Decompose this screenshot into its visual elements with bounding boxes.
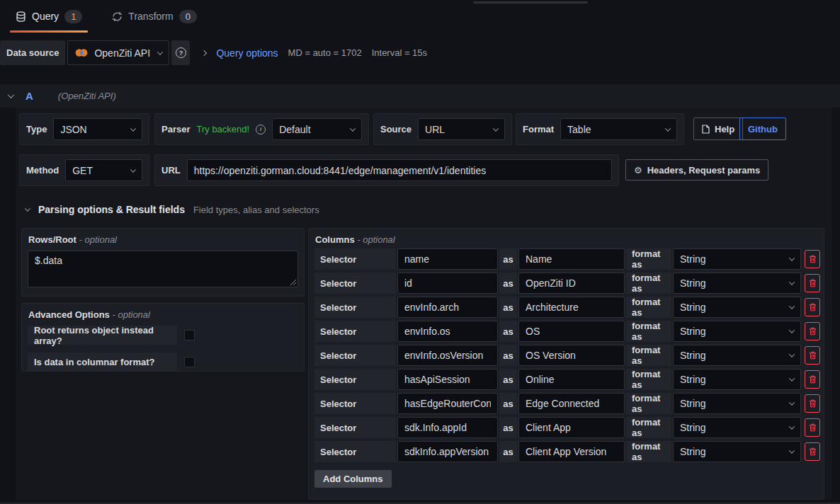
help-button[interactable]: Help xyxy=(693,118,743,140)
column-alias-input[interactable] xyxy=(518,441,625,462)
query-options-toggle[interactable]: Query options xyxy=(216,47,278,59)
column-alias-input[interactable] xyxy=(518,345,625,366)
max-data-points-text: MD = auto = 1702 xyxy=(288,47,362,58)
parser-select[interactable]: Default xyxy=(272,118,362,140)
chevron-down-icon xyxy=(130,166,136,172)
column-format-select[interactable]: String xyxy=(673,273,801,294)
parser-label: Parser xyxy=(161,124,190,134)
rows-root-textarea[interactable]: $.data xyxy=(28,251,298,287)
as-label: as xyxy=(499,297,517,318)
column-selector-input[interactable] xyxy=(397,393,498,414)
as-label: as xyxy=(499,273,517,294)
trash-icon xyxy=(809,375,817,384)
column-mapping-row: Selector as format as String xyxy=(314,369,824,390)
as-label: as xyxy=(499,321,517,342)
collapse-section-chevron-icon[interactable] xyxy=(25,205,30,211)
delete-column-button[interactable] xyxy=(805,442,820,461)
delete-column-button[interactable] xyxy=(805,298,820,316)
column-selector-input[interactable] xyxy=(397,441,498,462)
column-alias-input[interactable] xyxy=(518,297,625,318)
column-alias-input[interactable] xyxy=(518,248,625,270)
url-label: URL xyxy=(161,165,181,176)
headers-request-params-button[interactable]: ⚙ Headers, Request params xyxy=(625,159,768,181)
column-alias-input[interactable] xyxy=(518,369,625,390)
column-format-select[interactable]: String xyxy=(673,248,801,270)
delete-column-button[interactable] xyxy=(805,418,820,437)
column-format-select[interactable]: String xyxy=(673,345,801,366)
query-ref-id: A xyxy=(25,90,33,102)
chevron-down-icon xyxy=(789,327,795,333)
rows-root-panel: Rows/Root - optional $.data xyxy=(21,228,305,297)
column-mapping-row: Selector as format as String xyxy=(314,321,824,342)
column-selector-input[interactable] xyxy=(397,248,498,270)
column-format-select[interactable]: String xyxy=(673,297,801,318)
column-alias-input[interactable] xyxy=(518,273,625,294)
format-as-label: format as xyxy=(626,345,671,366)
chevron-down-icon xyxy=(789,447,795,453)
advanced-options-optional: - optional xyxy=(112,309,149,320)
delete-column-button[interactable] xyxy=(805,346,820,365)
column-format-select[interactable]: String xyxy=(673,441,801,462)
tab-transform[interactable]: Transform 0 xyxy=(106,0,203,33)
question-circle-icon: ? xyxy=(176,47,186,58)
query-row-header[interactable]: A (OpenZiti API) xyxy=(0,84,840,108)
rows-root-label: Rows/Root xyxy=(28,234,76,245)
column-selector-input[interactable] xyxy=(397,417,498,438)
format-as-label: format as xyxy=(626,417,671,438)
column-selector-input[interactable] xyxy=(397,345,498,366)
panel-resize-handle[interactable] xyxy=(473,1,588,4)
as-label: as xyxy=(499,417,517,438)
datasource-help-button[interactable]: ? xyxy=(171,40,190,65)
columns-list: Selector as format as String Selector as… xyxy=(309,248,824,462)
datasource-picker[interactable]: OpenZiti API xyxy=(67,40,169,65)
source-select[interactable]: URL xyxy=(418,118,505,140)
column-format-select[interactable]: String xyxy=(673,417,801,438)
column-format-select[interactable]: String xyxy=(673,321,801,342)
chevron-down-icon xyxy=(157,49,163,55)
collapse-query-chevron-icon[interactable] xyxy=(8,91,15,98)
datasource-bar: Data source OpenZiti API ? Query options… xyxy=(0,40,427,65)
format-as-label: format as xyxy=(626,297,671,318)
column-format-select[interactable]: String xyxy=(673,393,801,414)
format-select[interactable]: Table xyxy=(560,118,677,140)
add-columns-button[interactable]: Add Columns xyxy=(314,470,392,488)
root-returns-object-checkbox[interactable] xyxy=(184,330,195,340)
column-alias-input[interactable] xyxy=(518,393,625,414)
chevron-down-icon xyxy=(665,125,671,131)
query-count-badge: 1 xyxy=(64,10,82,23)
datasource-picker-value: OpenZiti API xyxy=(94,47,152,59)
trash-icon xyxy=(809,279,817,287)
delete-column-button[interactable] xyxy=(805,370,820,389)
column-selector-input[interactable] xyxy=(397,297,498,318)
format-as-label: format as xyxy=(626,248,671,270)
column-selector-input[interactable] xyxy=(397,273,498,294)
format-as-label: format as xyxy=(626,393,671,414)
delete-column-button[interactable] xyxy=(805,250,820,268)
as-label: as xyxy=(499,248,517,270)
datasource-label: Data source xyxy=(0,40,65,65)
as-label: as xyxy=(499,441,517,462)
chevron-down-icon xyxy=(789,375,795,381)
trash-icon xyxy=(809,303,817,311)
column-alias-input[interactable] xyxy=(518,417,625,438)
method-select[interactable]: GET xyxy=(65,159,142,181)
tab-query[interactable]: Query 1 xyxy=(10,0,88,33)
delete-column-button[interactable] xyxy=(805,274,820,292)
parser-field-panel: Parser Try backend! i Default xyxy=(154,113,369,145)
method-label: Method xyxy=(26,165,59,176)
columnar-format-checkbox[interactable] xyxy=(184,357,195,367)
column-selector-input[interactable] xyxy=(397,369,498,390)
column-selector-input[interactable] xyxy=(397,321,498,342)
type-select[interactable]: JSON xyxy=(53,118,142,140)
github-button[interactable]: Github xyxy=(739,118,786,140)
root-returns-object-label: Root returns object instead array? xyxy=(28,326,177,345)
column-mapping-row: Selector as format as String xyxy=(314,297,824,318)
selector-label: Selector xyxy=(314,441,396,462)
url-input[interactable] xyxy=(187,159,612,181)
delete-column-button[interactable] xyxy=(805,322,820,340)
column-format-select[interactable]: String xyxy=(673,369,801,390)
delete-column-button[interactable] xyxy=(805,394,820,413)
database-icon xyxy=(16,11,26,22)
column-alias-input[interactable] xyxy=(518,321,625,342)
type-label: Type xyxy=(26,124,47,134)
